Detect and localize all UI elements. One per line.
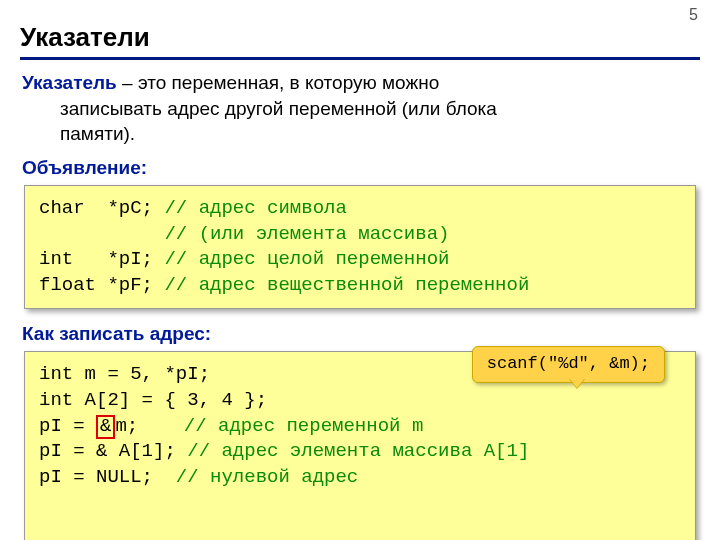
code-block-declaration: char *pC; // адрес символа // (или элеме… bbox=[24, 185, 696, 310]
callout-tail bbox=[569, 378, 585, 388]
content-area: Указатель – это переменная, в которую мо… bbox=[0, 70, 720, 540]
code-block-address: int m = 5, *pI; int A[2] = { 3, 4 }; pI … bbox=[24, 351, 696, 540]
page-title: Указатели bbox=[20, 22, 720, 53]
code-text: pI = & A[1]; bbox=[39, 440, 187, 462]
code-comment: // нулевой адрес bbox=[176, 466, 358, 488]
code-comment: // адрес элемента массива A[1] bbox=[187, 440, 529, 462]
code-text bbox=[39, 223, 164, 245]
section-address-heading: Как записать адрес: bbox=[22, 323, 698, 345]
code-comment: // адрес вещественной переменной bbox=[164, 274, 529, 296]
code-text: int A[2] = { 3, 4 }; bbox=[39, 389, 267, 411]
code-text: pI = NULL; bbox=[39, 466, 176, 488]
code-text: m; bbox=[115, 415, 183, 437]
code-text: char *pC; bbox=[39, 197, 164, 219]
ampersand-highlight: & bbox=[96, 415, 115, 439]
code-text: pI = bbox=[39, 415, 96, 437]
code-comment: // (или элемента массива) bbox=[164, 223, 449, 245]
definition-line1: – это переменная, в которую можно bbox=[117, 72, 439, 93]
definition-paragraph: Указатель – это переменная, в которую мо… bbox=[22, 70, 698, 147]
page-number: 5 bbox=[689, 6, 698, 24]
definition-line3: памяти). bbox=[22, 121, 698, 147]
code-text: int *pI; bbox=[39, 248, 164, 270]
section-declaration-heading: Объявление: bbox=[22, 157, 698, 179]
code-comment: // адрес символа bbox=[164, 197, 346, 219]
definition-line2: записывать адрес другой переменной (или … bbox=[22, 96, 698, 122]
code-comment: // адрес переменной m bbox=[184, 415, 423, 437]
title-underline bbox=[20, 57, 700, 60]
code-text: float *pF; bbox=[39, 274, 164, 296]
code-text: int m = 5, *pI; bbox=[39, 363, 210, 385]
definition-term: Указатель bbox=[22, 72, 117, 93]
code-comment: // адрес целой переменной bbox=[164, 248, 449, 270]
